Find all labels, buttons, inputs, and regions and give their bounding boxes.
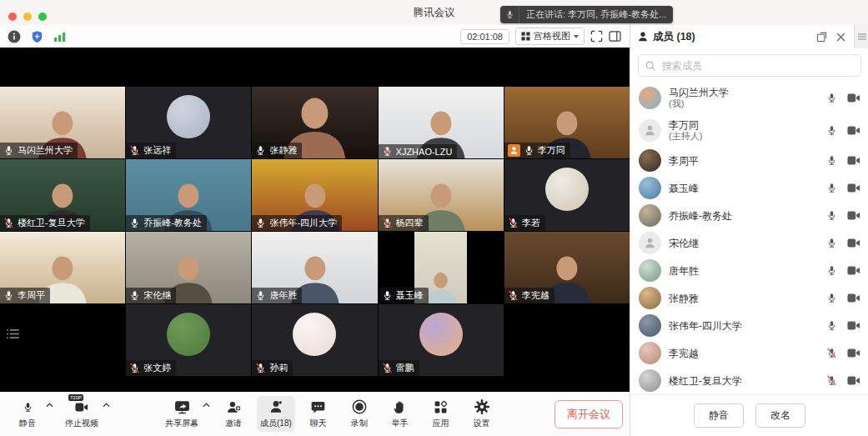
stop-video-options-chevron-icon[interactable]: [103, 403, 110, 408]
participant-avatar: [419, 313, 463, 356]
rename-member-button[interactable]: 改名: [755, 403, 805, 428]
participant-avatar: [167, 95, 210, 138]
view-mode-dropdown[interactable]: 宫格视图: [515, 28, 585, 45]
chat-button[interactable]: 聊天: [301, 396, 336, 432]
view-mode-label: 宫格视图: [534, 30, 570, 43]
video-tile[interactable]: 杨四辈: [379, 159, 504, 231]
video-tile[interactable]: 李宪越: [504, 232, 630, 303]
member-row[interactable]: 唐年胜: [630, 257, 868, 284]
camera-icon[interactable]: [847, 265, 860, 276]
microphone-icon[interactable]: [826, 183, 837, 193]
camera-icon[interactable]: [847, 93, 860, 103]
participant-name-label: 张远祥: [126, 143, 176, 158]
participant-name-label: 宋伦继: [126, 288, 176, 303]
video-tile[interactable]: 唐年胜: [252, 232, 377, 303]
video-tile[interactable]: 张静雅: [252, 87, 377, 158]
share-screen-button[interactable]: 共享屏幕: [162, 396, 202, 432]
microphone-icon[interactable]: [826, 320, 837, 331]
close-panel-icon[interactable]: [836, 33, 845, 42]
member-row[interactable]: 张静雅: [630, 284, 868, 312]
video-tile[interactable]: 张文婷: [126, 304, 251, 376]
camera-icon[interactable]: [847, 375, 860, 386]
speaker-icon: [500, 6, 519, 23]
security-shield-icon[interactable]: [31, 30, 43, 43]
camera-icon[interactable]: [847, 348, 860, 358]
record-button[interactable]: 录制: [342, 396, 377, 432]
microphone-muted-icon[interactable]: [826, 375, 837, 386]
video-tile[interactable]: 雷鹏: [379, 304, 504, 376]
microphone-icon: [3, 290, 14, 301]
raise-hand-button[interactable]: 举手: [383, 396, 418, 432]
video-tile[interactable]: 马闪兰州大学: [0, 87, 125, 158]
microphone-icon[interactable]: [826, 125, 837, 136]
camera-icon[interactable]: [847, 183, 860, 193]
apps-label: 应用: [433, 418, 449, 429]
share-screen-options-chevron-icon[interactable]: [203, 403, 210, 408]
member-row[interactable]: 李万同(主持人): [630, 114, 868, 147]
video-tile[interactable]: 李若: [504, 159, 630, 231]
member-row[interactable]: 聂玉峰: [630, 174, 868, 202]
video-tile[interactable]: 张远祥: [126, 87, 251, 158]
stop-video-button[interactable]: 720P停止视频: [62, 396, 102, 432]
video-tile[interactable]: 乔振峰-教务处: [126, 159, 251, 231]
member-row[interactable]: 宋伦继: [630, 229, 868, 257]
camera-icon[interactable]: [847, 155, 860, 166]
network-signal-icon[interactable]: [53, 31, 67, 43]
video-tile[interactable]: 聂玉峰: [379, 232, 504, 303]
participant-name-label: 李周平: [0, 288, 50, 303]
pop-out-panel-icon[interactable]: [816, 32, 827, 43]
member-row[interactable]: 李宪越: [630, 339, 868, 367]
members-label: 成员(18): [260, 418, 292, 429]
leave-meeting-button[interactable]: 离开会议: [554, 400, 623, 428]
participant-name-label: 乔振峰-教务处: [126, 215, 207, 231]
mute-member-button[interactable]: 静音: [694, 403, 744, 428]
microphone-icon[interactable]: [826, 265, 837, 276]
participant-name: 张远祥: [143, 144, 171, 157]
member-search-box[interactable]: [638, 54, 861, 77]
member-name: 张伟年-四川大学: [669, 320, 820, 332]
member-row[interactable]: 张伟年-四川大学: [630, 312, 868, 339]
camera-icon[interactable]: [847, 293, 860, 303]
meeting-control-bar: 静音720P停止视频 共享屏幕邀请成员(18)聊天录制举手应用设置 离开会议: [0, 392, 630, 436]
member-row[interactable]: 乔振峰-教务处: [630, 202, 868, 229]
video-tile[interactable]: 李周平: [0, 232, 125, 303]
microphone-icon[interactable]: [826, 293, 837, 303]
video-tile[interactable]: XJZHAO-LZU: [379, 87, 504, 158]
video-tile[interactable]: 孙莉: [252, 304, 377, 376]
camera-icon[interactable]: [847, 125, 860, 136]
camera-icon[interactable]: [847, 238, 860, 248]
microphone-icon[interactable]: [826, 238, 837, 248]
member-row[interactable]: 马闪兰州大学(我): [630, 82, 868, 114]
mute-options-chevron-icon[interactable]: [46, 403, 53, 408]
fullscreen-icon[interactable]: [590, 30, 603, 43]
member-row[interactable]: 李周平: [630, 147, 868, 174]
participant-name-label: 李万同: [504, 143, 570, 158]
microphone-icon[interactable]: [826, 155, 837, 166]
camera-icon[interactable]: [847, 210, 860, 221]
apps-button[interactable]: 应用: [424, 396, 459, 432]
member-search-input[interactable]: [660, 59, 854, 73]
camera-icon[interactable]: [847, 320, 860, 331]
list-layout-icon[interactable]: [7, 329, 19, 338]
side-panel-toggle-icon[interactable]: [609, 31, 621, 42]
panel-more-icon[interactable]: [854, 25, 868, 48]
search-icon: [645, 61, 655, 71]
invite-button[interactable]: 邀请: [216, 396, 251, 432]
participant-name: 楼红卫-复旦大学: [18, 217, 85, 229]
settings-button[interactable]: 设置: [464, 396, 499, 432]
meeting-duration-timer: 02:01:08: [460, 29, 509, 44]
video-tile[interactable]: 张伟年-四川大学: [252, 159, 377, 231]
video-tile[interactable]: 宋伦继: [126, 232, 251, 303]
microphone-muted-icon[interactable]: [826, 348, 837, 358]
meeting-info-icon[interactable]: [8, 30, 21, 43]
microphone-icon[interactable]: [826, 210, 837, 221]
mute-button[interactable]: 静音: [10, 396, 45, 432]
participant-name: 李周平: [18, 289, 45, 302]
microphone-icon[interactable]: [826, 93, 837, 103]
participant-name: 张伟年-四川大学: [269, 217, 337, 229]
video-tile[interactable]: 李万同: [504, 87, 630, 158]
microphone-icon: [255, 145, 266, 156]
member-row[interactable]: 楼红卫-复旦大学: [630, 367, 868, 394]
members-button[interactable]: 成员(18): [257, 396, 295, 432]
video-tile[interactable]: 楼红卫-复旦大学: [0, 159, 125, 231]
